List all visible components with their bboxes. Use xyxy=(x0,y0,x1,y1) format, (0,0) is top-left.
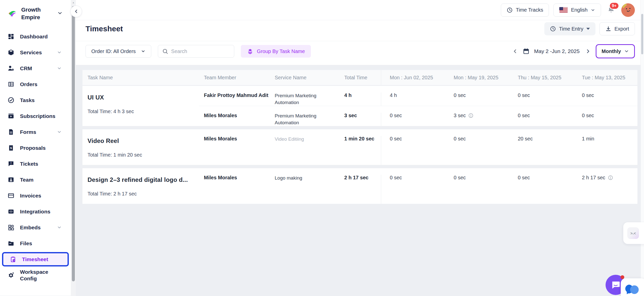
day-time-value: 0 sec xyxy=(381,175,445,204)
page-header: Timesheet Time Entry Export xyxy=(76,20,644,41)
export-button[interactable]: Export xyxy=(599,22,635,35)
sidebar-scrollbar-thumb[interactable] xyxy=(72,6,75,281)
forms-icon xyxy=(8,129,14,135)
info-icon[interactable] xyxy=(608,175,613,180)
column-header: Team Member xyxy=(199,75,270,81)
time-value: 0 sec xyxy=(518,175,530,181)
group-by-label: Group By Task Name xyxy=(257,48,305,54)
clock-icon xyxy=(550,26,556,32)
messenger-icon xyxy=(624,284,640,296)
column-header: Tue : May 13, 2025 xyxy=(573,75,638,81)
day-time-value: 2 h 17 sec xyxy=(573,175,638,204)
sidebar-item-dashboard[interactable]: Dashboard xyxy=(0,29,71,44)
page-scrollbar[interactable] xyxy=(640,0,644,296)
sidebar-item-integrations[interactable]: Integrations xyxy=(0,204,71,219)
app-root: Growth Empire DashboardServicesCRMOrders… xyxy=(0,0,644,296)
embeds-icon xyxy=(8,224,14,231)
chevron-down-icon[interactable] xyxy=(57,10,63,17)
brand[interactable]: Growth Empire xyxy=(0,0,71,29)
timesheet-entry-row: Miles MoralesVideo Editiing1 min 20 sec0… xyxy=(199,129,637,165)
feedback-face-button[interactable]: >.< xyxy=(627,227,639,239)
notifications-button[interactable]: 9+ xyxy=(607,6,615,15)
time-value: 20 sec xyxy=(518,136,533,142)
sidebar-item-forms[interactable]: Forms xyxy=(0,124,71,140)
search-input[interactable] xyxy=(171,48,230,54)
column-header: Thu : May 15, 2025 xyxy=(509,75,573,81)
feedback-widget: >.< xyxy=(623,222,644,244)
time-entry-button[interactable]: Time Entry xyxy=(544,22,595,35)
clock-icon xyxy=(507,7,513,13)
sidebar-item-services[interactable]: Services xyxy=(0,44,71,60)
sidebar-nav: DashboardServicesCRMOrdersTasksSubscript… xyxy=(0,29,71,283)
language-label: English xyxy=(571,7,588,13)
service-name: Premium Marketing Automation xyxy=(270,92,339,106)
prev-period-button[interactable] xyxy=(511,47,519,55)
chevron-down-icon xyxy=(57,225,62,230)
order-filter-dropdown[interactable]: Order ID: All Orders xyxy=(85,45,151,58)
sidebar-scrollbar[interactable]: ▲ xyxy=(71,0,76,296)
time-value: 0 sec xyxy=(454,136,466,142)
subscriptions-icon xyxy=(8,113,14,119)
sidebar-item-label: Orders xyxy=(20,81,53,88)
service-name: Logo making xyxy=(270,175,339,204)
info-icon[interactable] xyxy=(468,113,474,118)
sidebar-item-tickets[interactable]: !Tickets xyxy=(0,156,71,172)
sidebar-item-team[interactable]: Team xyxy=(0,172,71,188)
day-time-value: 0 sec xyxy=(381,136,445,165)
integrations-icon xyxy=(8,208,14,215)
period-dropdown[interactable]: Monthly xyxy=(596,44,635,58)
sidebar-item-crm[interactable]: CRM xyxy=(0,60,71,76)
sidebar-item-files[interactable]: Files xyxy=(0,235,71,251)
svg-text:$: $ xyxy=(10,146,12,150)
chevron-down-icon xyxy=(141,49,145,54)
chevron-down-icon xyxy=(57,50,62,55)
task-cell: Design 2–3 refined digital logo d...Tota… xyxy=(82,168,199,204)
sidebar-item-label: Files xyxy=(20,240,53,247)
sidebar-item-timesheet[interactable]: Timesheet xyxy=(2,252,69,266)
date-range-label[interactable]: May 2 -Jun 2, 2025 xyxy=(534,48,580,54)
day-time-value: 4 h xyxy=(381,92,445,106)
sidebar-item-label: Tickets xyxy=(20,161,53,167)
sidebar-collapse-button[interactable] xyxy=(70,6,82,17)
sidebar-item-label: Integrations xyxy=(20,208,53,215)
team-member-name: Miles Morales xyxy=(199,136,270,165)
sidebar-item-label: Timesheet xyxy=(22,256,55,263)
sidebar-item-embeds[interactable]: Embeds xyxy=(0,219,71,235)
sidebar-item-orders[interactable]: Orders xyxy=(0,76,71,92)
day-time-value: 0 sec xyxy=(509,175,573,204)
sidebar: Growth Empire DashboardServicesCRMOrders… xyxy=(0,0,71,296)
time-tracks-button[interactable]: Time Tracks xyxy=(501,4,549,17)
sidebar-item-invoices[interactable]: Invoices xyxy=(0,188,71,204)
scrollbar-up-arrow-icon[interactable]: ▲ xyxy=(71,1,76,4)
day-time-value: 0 sec xyxy=(573,113,638,126)
calendar-icon[interactable] xyxy=(523,48,530,55)
brand-name: Growth Empire xyxy=(21,6,51,21)
svg-text:!: ! xyxy=(11,161,12,165)
team-member-name: Miles Morales xyxy=(199,113,270,126)
avatar[interactable] xyxy=(621,3,635,17)
timesheet-content: Task NameTeam MemberService NameTotal Ti… xyxy=(76,65,644,296)
sidebar-item-tasks[interactable]: Tasks xyxy=(0,92,71,108)
column-header: Mon : Jun 02, 2025 xyxy=(381,70,445,85)
page-scrollbar-thumb[interactable] xyxy=(641,14,643,54)
day-time-value: 0 sec xyxy=(445,175,509,204)
timesheet-entry-row: Miles MoralesLogo making2 h 17 sec0 sec0… xyxy=(199,168,637,204)
sidebar-item-workspace-config[interactable]: Workspace Config xyxy=(0,267,71,283)
language-selector[interactable]: English xyxy=(553,4,601,17)
entry-total-time: 3 sec xyxy=(339,113,381,126)
messenger-widget-button[interactable] xyxy=(621,278,644,296)
next-period-button[interactable] xyxy=(584,47,592,55)
sidebar-item-subscriptions[interactable]: Subscriptions xyxy=(0,108,71,124)
column-header: Total Time xyxy=(339,75,381,81)
sidebar-item-label: Workspace Config xyxy=(20,269,53,282)
sidebar-item-label: Dashboard xyxy=(20,33,53,40)
sidebar-item-label: Team xyxy=(20,177,53,183)
task-total-time: Total Time: 4 h 3 sec xyxy=(88,109,194,114)
sidebar-item-label: Subscriptions xyxy=(20,113,53,119)
day-time-value: 0 sec xyxy=(573,92,638,106)
group-by-chip[interactable]: Group By Task Name xyxy=(241,45,311,58)
caret-down-icon xyxy=(586,28,590,30)
sidebar-item-proposals[interactable]: $Proposals xyxy=(0,140,71,156)
column-header: Task Name xyxy=(82,75,199,81)
day-time-value: 0 sec xyxy=(381,113,445,126)
